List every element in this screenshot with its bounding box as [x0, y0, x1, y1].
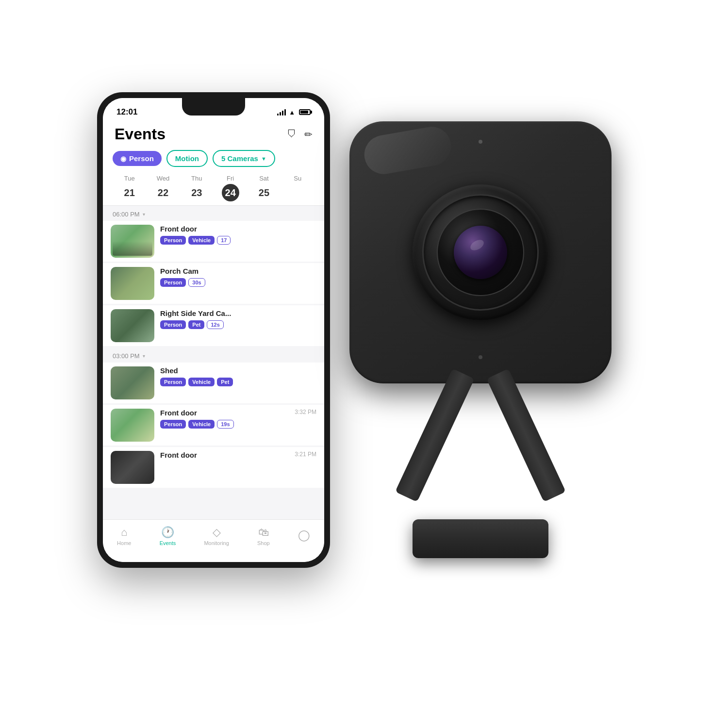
nav-item-events[interactable]: 🕐 Events — [160, 526, 176, 546]
cal-day-wed[interactable]: Wed 22 — [154, 175, 172, 201]
cal-num-su — [289, 184, 306, 201]
home-icon: ⌂ — [121, 526, 127, 539]
motion-chip-label: Motion — [175, 154, 199, 163]
header-icons: ⛉ ✏ — [287, 129, 313, 140]
cal-day-sat[interactable]: Sat 25 — [255, 175, 273, 201]
events-scroll[interactable]: 06:00 PM ▾ Front door Person Vehicle — [103, 206, 324, 539]
calendar-row: Tue 21 Wed 22 Thu 23 Fri 24 — [103, 172, 324, 205]
person-chip-icon: ◉ — [120, 155, 126, 163]
tag-pet-shed: Pet — [217, 378, 233, 386]
cal-num-thu: 23 — [188, 184, 205, 201]
event-thumb-right-side — [111, 309, 154, 342]
tag-person-shed: Person — [160, 378, 186, 386]
stand-arm-right — [486, 368, 566, 502]
time-header-3pm: 03:00 PM ▾ — [103, 347, 324, 363]
camera-body — [349, 121, 612, 383]
signal-bars-icon — [277, 109, 286, 116]
camera-lens-ring-2 — [437, 209, 524, 296]
signal-bar-2 — [280, 112, 281, 116]
event-name-shed: Shed — [160, 366, 316, 375]
nav-item-home[interactable]: ⌂ Home — [117, 526, 131, 546]
chip-cameras[interactable]: 5 Cameras ▼ — [213, 150, 275, 167]
camera-gloss — [361, 124, 454, 177]
time-label-3pm: 03:00 PM — [113, 352, 140, 360]
stand-base — [413, 519, 548, 558]
shop-icon: 🛍 — [258, 526, 269, 539]
filter-icon[interactable]: ⛉ — [287, 129, 297, 140]
phone: 12:01 ▲ — [97, 92, 330, 568]
tag-person-porch: Person — [160, 278, 186, 287]
edit-icon[interactable]: ✏ — [304, 129, 313, 140]
cal-day-thu[interactable]: Thu 23 — [188, 175, 205, 201]
event-name-front-door-3: Front door — [160, 451, 289, 459]
cal-label-sat: Sat — [259, 175, 269, 182]
event-name-front-door-1: Front door — [160, 225, 316, 233]
event-timestamp-fd3: 3:21 PM — [295, 451, 316, 458]
event-item-porch[interactable]: Porch Cam Person 30s — [103, 263, 324, 304]
cameras-chip-label: 5 Cameras — [221, 154, 258, 163]
event-info-porch: Porch Cam Person 30s — [160, 267, 316, 287]
event-name-front-door-2: Front door — [160, 409, 289, 417]
nav-label-monitoring: Monitoring — [204, 540, 229, 546]
camera-led-top — [479, 140, 482, 144]
camera-led-bottom — [479, 355, 482, 359]
filter-row: ◉ Person Motion 5 Cameras ▼ — [103, 148, 324, 172]
signal-bar-4 — [284, 109, 286, 116]
event-info-front-door-3: Front door — [160, 451, 289, 462]
chip-motion[interactable]: Motion — [166, 150, 208, 167]
event-tags-front-door-2: Person Vehicle 19s — [160, 420, 289, 429]
battery-icon — [299, 109, 311, 115]
nav-item-shop[interactable]: 🛍 Shop — [257, 526, 270, 546]
event-info-front-door-1: Front door Person Vehicle 17 — [160, 225, 316, 245]
signal-bar-3 — [282, 111, 283, 116]
event-name-porch: Porch Cam — [160, 267, 316, 275]
event-item-front-door-1[interactable]: Front door Person Vehicle 17 — [103, 221, 324, 262]
nav-item-profile[interactable]: ◯ — [298, 529, 310, 543]
event-thumb-front-door-3 — [111, 451, 154, 484]
chip-person[interactable]: ◉ Person — [113, 151, 162, 166]
nav-label-home: Home — [117, 540, 131, 546]
camera-lens-outer — [413, 184, 548, 320]
camera-lens-core — [454, 226, 507, 279]
cal-num-fri: 24 — [222, 184, 239, 201]
nav-item-monitoring[interactable]: ◇ Monitoring — [204, 526, 229, 546]
event-tags-shed: Person Vehicle Pet — [160, 378, 316, 386]
events-icon: 🕐 — [161, 526, 174, 539]
event-tags-right-side: Person Pet 12s — [160, 320, 316, 329]
time-label-6pm: 06:00 PM — [113, 211, 140, 218]
event-thumb-front-door-1 — [111, 225, 154, 258]
cal-num-tue: 21 — [121, 184, 138, 201]
tag-duration-porch: 30s — [188, 278, 205, 287]
cal-day-tue[interactable]: Tue 21 — [121, 175, 138, 201]
camera-stand — [408, 374, 553, 558]
event-info-right-side: Right Side Yard Ca... Person Pet 12s — [160, 309, 316, 329]
cal-label-tue: Tue — [124, 175, 135, 182]
cal-day-fri[interactable]: Fri 24 — [222, 175, 239, 201]
event-thumb-front-door-2 — [111, 409, 154, 442]
status-icons: ▲ — [277, 109, 311, 116]
cal-label-su: Su — [294, 175, 301, 182]
monitoring-icon: ◇ — [213, 526, 221, 539]
event-thumb-shed — [111, 366, 154, 399]
camera-lens-ring-1 — [422, 194, 539, 311]
signal-bar-1 — [277, 114, 279, 116]
cal-day-su[interactable]: Su — [289, 175, 306, 201]
camera-device — [330, 121, 631, 558]
scene: 12:01 ▲ — [97, 73, 631, 655]
time-header-6pm: 06:00 PM ▾ — [103, 206, 324, 221]
event-item-front-door-2[interactable]: Front door Person Vehicle 19s 3:32 PM — [103, 405, 324, 446]
tag-vehicle-fd2: Vehicle — [188, 420, 215, 429]
event-info-shed: Shed Person Vehicle Pet — [160, 366, 316, 386]
profile-icon: ◯ — [298, 529, 310, 542]
bottom-nav: ⌂ Home 🕐 Events ◇ Monitoring 🛍 Shop — [103, 519, 324, 562]
person-chip-label: Person — [129, 154, 154, 163]
event-item-front-door-3[interactable]: Front door 3:21 PM — [103, 447, 324, 488]
phone-screen: 12:01 ▲ — [103, 98, 324, 562]
event-item-right-side[interactable]: Right Side Yard Ca... Person Pet 12s — [103, 305, 324, 346]
phone-inner: 12:01 ▲ — [103, 98, 324, 562]
status-time: 12:01 — [116, 107, 137, 117]
time-arrow-6pm: ▾ — [143, 212, 145, 217]
tag-pet-rs: Pet — [188, 320, 204, 329]
event-item-shed[interactable]: Shed Person Vehicle Pet — [103, 363, 324, 403]
event-info-front-door-2: Front door Person Vehicle 19s — [160, 409, 289, 429]
